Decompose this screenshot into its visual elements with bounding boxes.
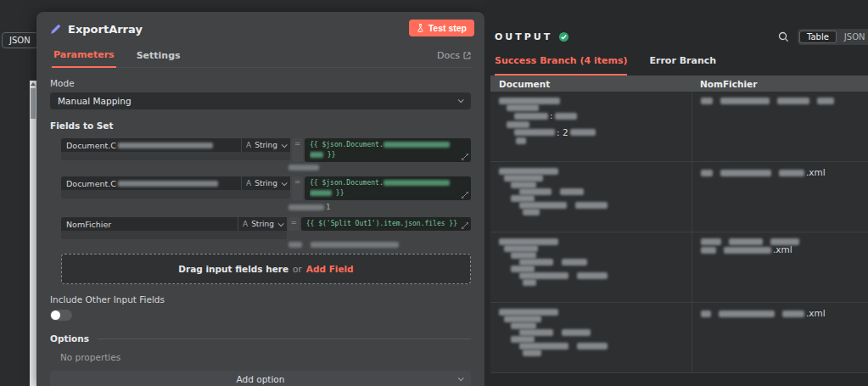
search-icon[interactable] xyxy=(778,31,789,42)
drag-fields-dropzone[interactable]: Drag input fields here or Add Field xyxy=(61,254,471,284)
include-other-fields-toggle[interactable] xyxy=(50,310,72,321)
redacted-text xyxy=(516,137,526,144)
text-line xyxy=(516,137,685,144)
external-link-icon xyxy=(463,52,471,59)
text-line: .xml xyxy=(701,245,861,255)
field-type-select[interactable]: AString xyxy=(242,138,290,152)
redacted-text xyxy=(782,310,804,317)
table-row[interactable]: .xml xyxy=(490,162,868,232)
redacted-text xyxy=(724,247,771,254)
redacted-text xyxy=(519,329,553,336)
gap xyxy=(570,346,575,347)
input-panel-scrollbar[interactable] xyxy=(30,81,36,386)
gap xyxy=(555,333,560,333)
redacted-text xyxy=(504,316,541,322)
field-type-select[interactable]: AString xyxy=(242,176,290,190)
redacted-text xyxy=(511,195,535,202)
table-row[interactable]: : : 2 xyxy=(490,92,868,162)
dialog-header: ExportArray Test step Parameters Setting… xyxy=(36,12,484,68)
gap xyxy=(570,276,575,277)
gap xyxy=(776,313,781,314)
text-line xyxy=(519,259,685,266)
text-line xyxy=(519,188,685,195)
add-field-link[interactable]: Add Field xyxy=(306,264,354,274)
tab-parameters[interactable]: Parameters xyxy=(52,44,116,68)
table-row[interactable]: .xml xyxy=(490,303,868,373)
branch-tab[interactable]: Error Branch xyxy=(649,55,716,76)
field-name-input[interactable]: Document.C xyxy=(61,138,241,152)
string-type-icon: A xyxy=(243,220,248,228)
redacted-text xyxy=(504,245,538,252)
text-line xyxy=(511,322,685,329)
text-line xyxy=(511,195,685,202)
column-header-document[interactable]: Document xyxy=(490,79,692,89)
redacted-text xyxy=(701,247,716,254)
field-name-underbar xyxy=(61,231,287,239)
redacted-text xyxy=(577,272,608,279)
branch-tab[interactable]: Success Branch (4 items) xyxy=(495,55,627,76)
add-option-label: Add option xyxy=(237,374,285,384)
pencil-icon[interactable] xyxy=(50,24,61,35)
redacted-text xyxy=(523,350,541,356)
text-line xyxy=(523,350,685,356)
text-line xyxy=(523,279,685,286)
text-line xyxy=(507,121,685,128)
test-step-button[interactable]: Test step xyxy=(409,20,474,36)
redacted-text xyxy=(777,98,809,104)
success-check-icon xyxy=(558,31,569,42)
text-line: }} xyxy=(310,150,457,160)
scroll-up-arrow-icon[interactable] xyxy=(31,82,36,86)
text-line xyxy=(504,175,685,182)
document-cell: : : 2 xyxy=(490,92,692,161)
gap xyxy=(304,244,309,245)
gap xyxy=(553,192,558,193)
redacted-text xyxy=(701,98,713,104)
redacted-text xyxy=(720,170,771,176)
view-mode-json[interactable]: JSON xyxy=(837,31,868,43)
add-option-select[interactable]: Add option xyxy=(50,371,471,386)
equals-connector: = xyxy=(292,176,303,200)
visible-text: .xml xyxy=(773,245,792,255)
expand-expression-icon[interactable] xyxy=(462,154,468,160)
node-title[interactable]: ExportArray xyxy=(68,23,143,36)
document-cell xyxy=(490,162,692,232)
redacted-text xyxy=(519,259,553,266)
redacted-text xyxy=(701,170,713,176)
redacted-text xyxy=(311,242,399,248)
flask-icon xyxy=(417,24,424,32)
field-value-expression-input[interactable]: {{ $json.Document. }} xyxy=(305,176,471,200)
redacted-text xyxy=(288,242,302,248)
field-name-input[interactable]: NomFichier xyxy=(61,217,238,231)
expand-expression-icon[interactable] xyxy=(462,192,468,199)
view-mode-table[interactable]: Table xyxy=(799,31,837,43)
docs-link[interactable]: Docs xyxy=(437,50,471,67)
visible-text: {{ $('Split Out1').item.json.files }} xyxy=(306,220,457,227)
table-header-row: Document NomFichier xyxy=(490,76,868,92)
field-type-select[interactable]: AString xyxy=(238,217,287,231)
text-line xyxy=(519,202,685,209)
json-view-tag[interactable]: JSON xyxy=(2,32,38,48)
scrollbar-thumb[interactable] xyxy=(31,88,36,119)
options-label: Options xyxy=(50,333,89,344)
output-title: OUTPUT xyxy=(495,31,552,42)
text-line: {{ $('Split Out1').item.json.files }} xyxy=(306,219,457,229)
redacted-text xyxy=(514,129,555,136)
tab-settings[interactable]: Settings xyxy=(135,45,182,67)
redacted-text xyxy=(570,129,596,136)
document-cell xyxy=(490,303,692,372)
table-row[interactable]: .xml xyxy=(490,232,868,303)
column-header-nomfichier[interactable]: NomFichier xyxy=(692,79,868,89)
field-value-expression-input[interactable]: {{ $json.Document. }} xyxy=(305,138,471,162)
expand-expression-icon[interactable] xyxy=(462,222,468,229)
redacted-text xyxy=(511,322,536,329)
gap xyxy=(764,242,769,243)
field-value-expression-input[interactable]: {{ $('Split Out1').item.json.files }} xyxy=(301,217,471,231)
gap xyxy=(568,205,574,206)
field-name-input[interactable]: Document.C xyxy=(61,176,241,190)
mode-select[interactable]: Manual Mapping xyxy=(50,92,471,109)
text-line xyxy=(701,238,861,245)
text-line xyxy=(523,209,685,215)
text-line xyxy=(499,168,685,175)
redacted-text xyxy=(701,310,711,317)
nomfichier-cell: .xml xyxy=(692,303,868,372)
